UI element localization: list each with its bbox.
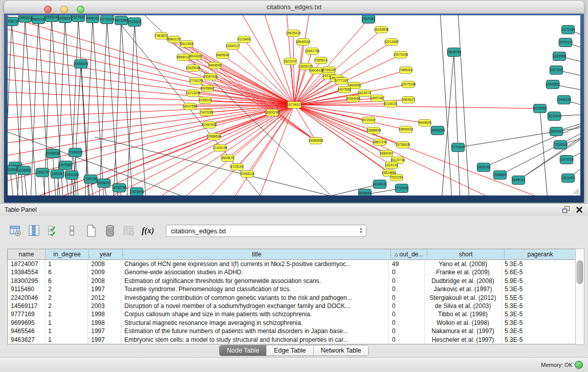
graph-node[interactable]: 11156863 — [17, 166, 31, 175]
column-header-name[interactable]: name — [8, 249, 46, 259]
graph-node[interactable]: 9155026 — [199, 97, 212, 104]
graph-node[interactable]: 17016504 — [553, 141, 568, 149]
graph-node[interactable]: 16958107 — [97, 179, 112, 188]
graph-node[interactable]: 6466160 — [86, 15, 99, 23]
table-row[interactable]: 1456911722003Disruption of a novel membe… — [8, 302, 576, 310]
graph-node[interactable]: 6497568 — [338, 86, 351, 93]
graph-node[interactable]: 10955247 — [58, 15, 73, 23]
graph-node[interactable]: 10973493 — [394, 52, 408, 58]
graph-node[interactable]: 9465546 — [216, 52, 229, 59]
graph-node[interactable]: 19654923 — [399, 126, 413, 133]
graph-node[interactable]: 7907095 — [200, 110, 213, 116]
graph-node[interactable]: 12923448 — [129, 188, 144, 196]
function-builder-icon[interactable]: f(x) — [141, 223, 155, 238]
graph-node[interactable]: 9699695 — [208, 62, 222, 69]
graph-node[interactable]: 18525419 — [286, 30, 301, 37]
float-panel-icon[interactable] — [562, 206, 571, 213]
graph-node[interactable]: 18807249 — [373, 139, 387, 146]
graph-node[interactable]: 1003453 — [561, 174, 575, 183]
table-row[interactable]: 969969511998Structural magnetic resonanc… — [8, 319, 576, 327]
scrollbar-thumb[interactable] — [577, 260, 583, 284]
graph-node[interactable]: 16210643 — [547, 112, 562, 121]
graph-node[interactable]: 1527602 — [72, 15, 85, 22]
graph-node[interactable]: 14569117 — [226, 43, 241, 50]
graph-node[interactable]: 7485063 — [399, 67, 412, 74]
graph-node[interactable]: 12093832 — [546, 80, 560, 89]
graph-node[interactable]: 9608554 — [358, 189, 372, 196]
graph-node[interactable]: 19904438 — [309, 68, 324, 74]
graph-node[interactable]: 9329966 — [553, 52, 566, 61]
graph-node[interactable]: 16961758 — [305, 48, 320, 55]
graph-node[interactable]: 12342757 — [35, 168, 50, 177]
graph-node[interactable]: 9671385 — [115, 16, 128, 25]
graph-node[interactable]: 20364486 — [346, 96, 361, 102]
column-header-indegree[interactable]: in_degree — [46, 249, 89, 259]
graph-node[interactable]: 10688809 — [366, 127, 381, 134]
graph-node[interactable]: 2684067 — [380, 150, 393, 157]
graph-node[interactable]: 8725194 — [230, 164, 244, 170]
graph-node[interactable]: 17359928 — [68, 148, 83, 157]
network-canvas[interactable]: 1872400719055724208538112069140610553247… — [8, 15, 580, 195]
graph-node[interactable]: 1095859 — [493, 171, 507, 180]
graph-node[interactable]: 8605869 — [201, 85, 214, 92]
graph-node[interactable]: 9115460 — [238, 36, 251, 43]
graph-node[interactable]: 9245012 — [512, 176, 525, 185]
column-header-title[interactable]: title — [123, 249, 391, 259]
graph-node[interactable]: 15720407 — [361, 117, 376, 124]
graph-node[interactable]: 1895249 — [477, 163, 490, 172]
node-table[interactable]: namein_degreeyeartitle△out_de...shortpag… — [7, 249, 576, 344]
graph-node[interactable]: 20053346 — [74, 60, 89, 69]
table-row[interactable]: 1938455462009Genome-wide association stu… — [8, 268, 576, 276]
graph-node[interactable]: 11171954 — [561, 26, 575, 34]
graph-node[interactable]: 16648784 — [447, 48, 462, 57]
graph-node[interactable]: 2718126 — [189, 78, 203, 84]
graph-node[interactable]: 18107554 — [183, 103, 198, 110]
resize-grip-icon[interactable] — [572, 187, 579, 194]
graph-node[interactable]: 8215955 — [533, 104, 547, 113]
graph-node[interactable]: 9899695 — [418, 120, 431, 126]
graph-node[interactable]: 10588594 — [207, 134, 222, 140]
close-panel-icon[interactable] — [576, 206, 583, 213]
graph-node[interactable]: 1615132 — [385, 162, 398, 169]
graph-node[interactable]: 19384554 — [309, 138, 323, 144]
tab-node-table[interactable]: Node Table — [220, 345, 267, 356]
graph-node[interactable]: 1733426 — [395, 184, 408, 193]
table-row[interactable]: 2242004622012Investigating the contribut… — [8, 294, 576, 302]
table-row[interactable]: 1830029562008Estimation of significance … — [8, 277, 576, 285]
graph-node[interactable]: 3624574 — [358, 90, 371, 97]
column-header-pagerank[interactable]: pagerank — [505, 249, 576, 259]
graph-node[interactable]: 1822037 — [284, 58, 297, 65]
graph-node[interactable]: 16782759 — [112, 184, 127, 192]
citation-graph[interactable]: 1872400719055724208538112069140610553247… — [8, 15, 580, 195]
graph-node[interactable]: 15751074 — [558, 38, 573, 47]
graph-node[interactable]: 16154808 — [374, 27, 389, 33]
graph-node[interactable]: 9896012 — [177, 54, 190, 61]
graph-node[interactable]: 9463627 — [402, 97, 415, 103]
graph-node[interactable]: 18640910 — [296, 39, 311, 46]
table-row[interactable]: 946362711997Embryonic stem cells: a mode… — [8, 336, 576, 344]
graph-node[interactable]: 15051355 — [64, 171, 79, 180]
graph-node[interactable]: 2087682 — [362, 15, 375, 24]
graph-node[interactable]: 11451947 — [50, 170, 65, 179]
graph-node[interactable]: 11675334 — [559, 156, 574, 164]
graph-node[interactable]: 10087433 — [203, 74, 218, 80]
graph-node[interactable]: 10807487 — [370, 95, 385, 102]
graph-node[interactable]: 9605676 — [221, 155, 234, 162]
graph-node[interactable]: 7515526 — [128, 18, 141, 27]
table-row[interactable]: 946554611997Estimation of the future num… — [8, 327, 576, 335]
graph-node[interactable]: 19756928 — [396, 142, 410, 148]
table-row[interactable]: 977716911998Corpus callosum shape and si… — [8, 310, 576, 318]
select-all-icon[interactable] — [46, 223, 60, 238]
graph-node[interactable]: 3915954 — [8, 166, 17, 174]
graph-node[interactable]: 10975887 — [58, 161, 73, 170]
graph-node[interactable]: 12213398 — [186, 90, 201, 97]
graph-node[interactable]: 12213987 — [384, 39, 399, 46]
graph-node[interactable]: 8779919 — [451, 143, 465, 152]
graph-node[interactable]: 18300295 — [265, 110, 280, 116]
new-table-icon[interactable] — [84, 223, 98, 238]
graph-node[interactable]: 12444154 — [557, 96, 572, 104]
graph-node[interactable]: 10965118 — [240, 171, 255, 178]
tab-edge-table[interactable]: Edge Table — [267, 345, 313, 356]
graph-node[interactable]: 8912954 — [180, 41, 193, 48]
table-row[interactable]: 911546021997Tourette syndrome. Phenomeno… — [8, 285, 576, 293]
